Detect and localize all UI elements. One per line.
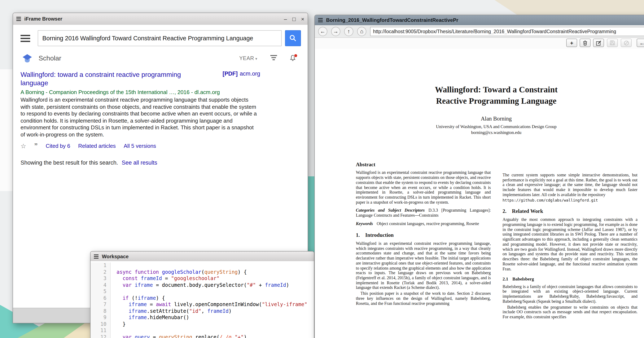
code-text (111, 262, 116, 269)
window-menu-icon[interactable] (318, 18, 323, 23)
paper-title: Wallingford: Toward a Constraint Reactiv… (356, 84, 637, 106)
forward-button[interactable]: → (331, 27, 340, 36)
result-byline: A Borning - Companion Proceedings of the… (20, 89, 291, 95)
paper-author: Alan Borning (356, 115, 637, 122)
keywords-label: Keywords (356, 221, 373, 226)
section-2-heading: 2.Related Work (502, 208, 638, 214)
navigation-toolbar: ← → ↑ ⌂ (315, 25, 644, 38)
delete-button[interactable] (580, 39, 590, 47)
code-line[interactable]: 3 const frameId = "googleschoolar" (90, 275, 314, 282)
filter-icon[interactable] (270, 54, 278, 62)
line-number: 10 (90, 321, 111, 327)
menu-icon[interactable] (20, 34, 30, 43)
babelsberg-paragraph-1: Babelsberg is a family of object constra… (502, 284, 638, 304)
save-button[interactable] (607, 39, 618, 47)
scholar-logo-icon[interactable] (22, 54, 32, 63)
edit-button[interactable] (593, 39, 604, 47)
result-title-link[interactable]: Wallingford: toward a constraint reactiv… (20, 71, 210, 87)
see-all-results-link[interactable]: See all results (122, 159, 158, 166)
results-footer: Showing the best result for this search.… (13, 150, 308, 175)
paper-columns: Abstract Wallingford is an experimental … (356, 162, 637, 319)
pdf-tag: [PDF] (222, 71, 238, 77)
all-versions-link[interactable]: All 5 versions (124, 143, 156, 149)
section-1-heading: 1.Introduction (356, 232, 491, 238)
line-number: 7 (90, 301, 111, 308)
window-menu-icon[interactable] (16, 16, 21, 22)
code-line[interactable]: 4 var iframe = document.body.querySelect… (90, 282, 314, 288)
code-editor[interactable]: 12async function googleScholar(queryStri… (90, 261, 314, 338)
pdf-content[interactable]: Wallingford: Toward a Constraint Reactiv… (315, 49, 644, 338)
back-button[interactable]: ← (318, 27, 327, 36)
pdf-viewer-window: Borning_2016_WallingfordTowardConstraint… (314, 15, 644, 338)
paper-affiliation: University of Washington, USA and Commun… (356, 124, 637, 129)
code-line[interactable]: 7 iframe = await lively.openComponentInW… (90, 301, 314, 308)
add-button[interactable]: + (566, 39, 577, 47)
minimize-button[interactable]: – (284, 16, 287, 22)
code-line[interactable]: 11 (90, 327, 314, 334)
code-line[interactable]: 12 var query = queryString.replace(/ /g,… (90, 334, 314, 338)
code-text: var iframe = document.body.querySelector… (111, 282, 289, 288)
paper-column-right: The current system supports some simple … (502, 162, 638, 319)
code-line[interactable]: 10 } (90, 321, 314, 327)
code-line[interactable]: 1 (90, 262, 314, 269)
paper-column-left: Abstract Wallingford is an experimental … (356, 162, 491, 319)
search-button[interactable] (285, 30, 301, 46)
search-input[interactable] (38, 30, 282, 46)
year-filter-dropdown[interactable]: YEAR▾ (239, 55, 257, 61)
floppy-icon (610, 40, 615, 45)
pdf-viewer-titlebar[interactable]: Borning_2016_WallingfordTowardConstraint… (315, 15, 644, 26)
window-title: Workspace (102, 253, 129, 259)
home-button[interactable]: ⌂ (357, 27, 366, 36)
pdf-toolbar: + (315, 38, 644, 49)
code-text: const frameId = "googleschoolar" (111, 275, 220, 282)
scholar-header: Scholar YEAR▾ (13, 49, 308, 66)
window-title: Borning_2016_WallingfordTowardConstraint… (326, 17, 458, 23)
cited-by-link[interactable]: Cited by 6 (46, 143, 70, 149)
prev-page-button[interactable]: ← (637, 39, 644, 47)
prohibited-icon (624, 40, 629, 46)
line-number: 3 (90, 275, 111, 282)
search-bar (13, 25, 308, 49)
code-text: iframe.setAttribute("id", frameId) (111, 308, 232, 314)
code-line[interactable]: 9 iframe.hideMenubar() (90, 314, 314, 321)
code-line[interactable]: 8 iframe.setAttribute("id", frameId) (90, 308, 314, 314)
related-articles-link[interactable]: Related articles (78, 143, 116, 149)
code-line[interactable]: 5 (90, 288, 314, 295)
paper-page: Wallingford: Toward a Constraint Reactiv… (315, 84, 644, 319)
trash-icon (582, 40, 588, 46)
iframe-browser-titlebar[interactable]: iFrame Browser – □ × (13, 13, 308, 25)
categories-label: Categories and Subject Descriptors (356, 208, 425, 213)
section-2-1-heading: 2.1Babelsberg (502, 276, 638, 281)
abstract-heading: Abstract (356, 162, 491, 168)
cite-quote-icon[interactable]: ” (34, 144, 38, 148)
keywords-line: KeywordsObject constraint languages, rea… (356, 221, 491, 226)
desktop: iFrame Browser – □ × (0, 0, 644, 338)
paper-email: borning@cs.washington.edu (356, 130, 637, 135)
code-line[interactable]: 6 if (!iframe) { (90, 295, 314, 301)
pdf-source: acm.org (240, 71, 260, 77)
url-input[interactable] (370, 27, 644, 36)
line-number: 1 (90, 262, 111, 269)
line-number: 5 (90, 288, 111, 295)
window-menu-icon[interactable] (94, 254, 98, 259)
code-text (111, 288, 116, 295)
code-text: } (111, 321, 126, 327)
close-button[interactable]: × (301, 16, 304, 22)
abstract-text: Wallingford is an experimental constrain… (356, 170, 491, 205)
line-number: 12 (90, 334, 111, 338)
related-work-paragraph: Arguably the most common approach to int… (502, 217, 638, 271)
alerts-bell-icon[interactable] (289, 55, 297, 62)
up-button[interactable]: ↑ (344, 27, 353, 36)
maximize-button[interactable]: □ (292, 16, 296, 22)
code-text (111, 327, 116, 334)
categories-line: Categories and Subject DescriptorsD.3.3 … (356, 208, 491, 218)
line-number: 4 (90, 282, 111, 288)
result-pdf-link[interactable]: [PDF]acm.org (222, 71, 260, 77)
notification-dot (294, 54, 298, 58)
cancel-button[interactable] (621, 39, 632, 47)
save-star-icon[interactable]: ☆ (20, 142, 26, 150)
workspace-titlebar[interactable]: Workspace (90, 252, 314, 262)
code-line[interactable]: 2async function googleScholar(queryStrin… (90, 269, 314, 275)
line-number: 9 (90, 314, 111, 321)
repository-url: https://github.com/cdglabs/wallingford.g… (502, 198, 638, 202)
